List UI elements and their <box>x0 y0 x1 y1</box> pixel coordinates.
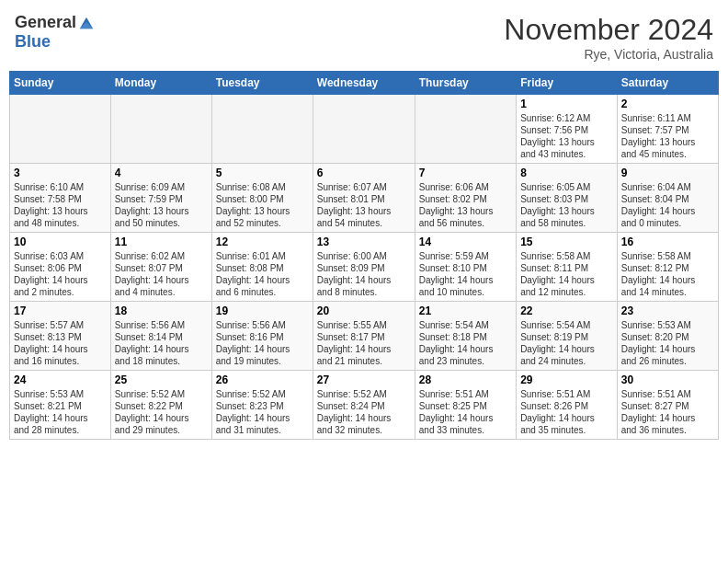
day-number: 5 <box>216 167 309 179</box>
day-cell: 24Sunrise: 5:53 AM Sunset: 8:21 PM Dayli… <box>10 371 111 440</box>
day-number: 19 <box>216 304 309 317</box>
day-cell: 16Sunrise: 5:58 AM Sunset: 8:12 PM Dayli… <box>617 233 718 302</box>
weekday-header-row: SundayMondayTuesdayWednesdayThursdayFrid… <box>10 72 719 95</box>
day-info: Sunrise: 6:04 AM Sunset: 8:04 PM Dayligh… <box>621 181 714 229</box>
day-cell: 4Sunrise: 6:09 AM Sunset: 7:59 PM Daylig… <box>110 164 211 233</box>
week-row-2: 3Sunrise: 6:10 AM Sunset: 7:58 PM Daylig… <box>10 164 719 233</box>
day-number: 10 <box>14 236 107 248</box>
day-cell: 11Sunrise: 6:02 AM Sunset: 8:07 PM Dayli… <box>110 233 211 302</box>
day-cell: 6Sunrise: 6:07 AM Sunset: 8:01 PM Daylig… <box>313 164 415 233</box>
day-cell: 14Sunrise: 5:59 AM Sunset: 8:10 PM Dayli… <box>415 233 516 302</box>
weekday-header-wednesday: Wednesday <box>313 72 415 95</box>
day-cell <box>313 95 415 164</box>
day-info: Sunrise: 5:59 AM Sunset: 8:10 PM Dayligh… <box>419 250 512 298</box>
day-number: 15 <box>520 236 613 248</box>
day-number: 23 <box>621 304 714 317</box>
day-number: 9 <box>621 167 714 179</box>
day-cell: 21Sunrise: 5:54 AM Sunset: 8:18 PM Dayli… <box>415 302 516 371</box>
day-cell: 12Sunrise: 6:01 AM Sunset: 8:08 PM Dayli… <box>211 233 313 302</box>
day-info: Sunrise: 6:11 AM Sunset: 7:57 PM Dayligh… <box>621 112 714 160</box>
day-cell: 18Sunrise: 5:56 AM Sunset: 8:14 PM Dayli… <box>110 302 211 371</box>
week-row-4: 17Sunrise: 5:57 AM Sunset: 8:13 PM Dayli… <box>10 302 719 371</box>
day-cell: 10Sunrise: 6:03 AM Sunset: 8:06 PM Dayli… <box>10 233 111 302</box>
day-info: Sunrise: 6:00 AM Sunset: 8:09 PM Dayligh… <box>317 250 411 298</box>
weekday-header-thursday: Thursday <box>415 72 516 95</box>
day-info: Sunrise: 5:57 AM Sunset: 8:13 PM Dayligh… <box>14 319 107 367</box>
day-info: Sunrise: 5:54 AM Sunset: 8:18 PM Dayligh… <box>419 319 512 367</box>
day-info: Sunrise: 5:51 AM Sunset: 8:26 PM Dayligh… <box>520 388 613 436</box>
day-cell: 5Sunrise: 6:08 AM Sunset: 8:00 PM Daylig… <box>211 164 313 233</box>
day-number: 4 <box>115 167 208 179</box>
day-number: 14 <box>419 236 512 248</box>
day-info: Sunrise: 5:52 AM Sunset: 8:23 PM Dayligh… <box>216 388 309 436</box>
day-cell: 3Sunrise: 6:10 AM Sunset: 7:58 PM Daylig… <box>10 164 111 233</box>
day-number: 20 <box>317 304 411 317</box>
weekday-header-friday: Friday <box>517 72 618 95</box>
day-cell: 30Sunrise: 5:51 AM Sunset: 8:27 PM Dayli… <box>617 371 718 440</box>
day-info: Sunrise: 5:58 AM Sunset: 8:11 PM Dayligh… <box>520 250 613 298</box>
day-info: Sunrise: 5:51 AM Sunset: 8:27 PM Dayligh… <box>621 388 714 436</box>
day-number: 7 <box>419 167 512 179</box>
day-info: Sunrise: 6:05 AM Sunset: 8:03 PM Dayligh… <box>520 181 613 229</box>
calendar: SundayMondayTuesdayWednesdayThursdayFrid… <box>9 71 719 440</box>
day-info: Sunrise: 5:53 AM Sunset: 8:20 PM Dayligh… <box>621 319 714 367</box>
day-cell <box>211 95 313 164</box>
title-section: November 2024 Rye, Victoria, Australia <box>504 13 713 62</box>
day-info: Sunrise: 5:56 AM Sunset: 8:16 PM Dayligh… <box>216 319 309 367</box>
logo-general-text: General <box>15 13 76 32</box>
day-cell: 15Sunrise: 5:58 AM Sunset: 8:11 PM Dayli… <box>517 233 618 302</box>
day-cell: 20Sunrise: 5:55 AM Sunset: 8:17 PM Dayli… <box>313 302 415 371</box>
day-info: Sunrise: 6:03 AM Sunset: 8:06 PM Dayligh… <box>14 250 107 298</box>
day-cell: 17Sunrise: 5:57 AM Sunset: 8:13 PM Dayli… <box>10 302 111 371</box>
day-number: 1 <box>520 98 613 110</box>
day-number: 21 <box>419 304 512 317</box>
day-info: Sunrise: 5:52 AM Sunset: 8:22 PM Dayligh… <box>115 388 208 436</box>
day-cell: 7Sunrise: 6:06 AM Sunset: 8:02 PM Daylig… <box>415 164 516 233</box>
day-info: Sunrise: 6:07 AM Sunset: 8:01 PM Dayligh… <box>317 181 411 229</box>
day-cell: 19Sunrise: 5:56 AM Sunset: 8:16 PM Dayli… <box>211 302 313 371</box>
day-cell <box>415 95 516 164</box>
day-number: 26 <box>216 373 309 386</box>
weekday-header-tuesday: Tuesday <box>211 72 313 95</box>
day-number: 11 <box>115 236 208 248</box>
day-info: Sunrise: 6:08 AM Sunset: 8:00 PM Dayligh… <box>216 181 309 229</box>
weekday-header-sunday: Sunday <box>10 72 111 95</box>
day-info: Sunrise: 5:58 AM Sunset: 8:12 PM Dayligh… <box>621 250 714 298</box>
day-cell: 28Sunrise: 5:51 AM Sunset: 8:25 PM Dayli… <box>415 371 516 440</box>
day-number: 28 <box>419 373 512 386</box>
day-number: 12 <box>216 236 309 248</box>
day-info: Sunrise: 5:56 AM Sunset: 8:14 PM Dayligh… <box>115 319 208 367</box>
day-info: Sunrise: 6:06 AM Sunset: 8:02 PM Dayligh… <box>419 181 512 229</box>
day-number: 30 <box>621 373 714 386</box>
day-info: Sunrise: 6:12 AM Sunset: 7:56 PM Dayligh… <box>520 112 613 160</box>
day-info: Sunrise: 5:51 AM Sunset: 8:25 PM Dayligh… <box>419 388 512 436</box>
day-cell: 22Sunrise: 5:54 AM Sunset: 8:19 PM Dayli… <box>517 302 618 371</box>
day-number: 25 <box>115 373 208 386</box>
day-number: 6 <box>317 167 411 179</box>
day-cell: 2Sunrise: 6:11 AM Sunset: 7:57 PM Daylig… <box>617 95 718 164</box>
day-number: 29 <box>520 373 613 386</box>
weekday-header-monday: Monday <box>110 72 211 95</box>
day-number: 17 <box>14 304 107 317</box>
day-info: Sunrise: 5:55 AM Sunset: 8:17 PM Dayligh… <box>317 319 411 367</box>
day-cell: 29Sunrise: 5:51 AM Sunset: 8:26 PM Dayli… <box>517 371 618 440</box>
day-cell: 27Sunrise: 5:52 AM Sunset: 8:24 PM Dayli… <box>313 371 415 440</box>
day-cell <box>10 95 111 164</box>
weekday-header-saturday: Saturday <box>617 72 718 95</box>
day-info: Sunrise: 5:53 AM Sunset: 8:21 PM Dayligh… <box>14 388 107 436</box>
day-number: 16 <box>621 236 714 248</box>
day-number: 22 <box>520 304 613 317</box>
day-number: 27 <box>317 373 411 386</box>
day-cell: 13Sunrise: 6:00 AM Sunset: 8:09 PM Dayli… <box>313 233 415 302</box>
logo: General Blue <box>15 13 95 52</box>
day-info: Sunrise: 6:02 AM Sunset: 8:07 PM Dayligh… <box>115 250 208 298</box>
day-number: 3 <box>14 167 107 179</box>
day-info: Sunrise: 5:52 AM Sunset: 8:24 PM Dayligh… <box>317 388 411 436</box>
day-info: Sunrise: 6:01 AM Sunset: 8:08 PM Dayligh… <box>216 250 309 298</box>
month-title: November 2024 <box>504 13 713 47</box>
logo-blue-text: Blue <box>15 32 51 52</box>
day-info: Sunrise: 6:10 AM Sunset: 7:58 PM Dayligh… <box>14 181 107 229</box>
day-cell: 25Sunrise: 5:52 AM Sunset: 8:22 PM Dayli… <box>110 371 211 440</box>
day-info: Sunrise: 5:54 AM Sunset: 8:19 PM Dayligh… <box>520 319 613 367</box>
day-info: Sunrise: 6:09 AM Sunset: 7:59 PM Dayligh… <box>115 181 208 229</box>
